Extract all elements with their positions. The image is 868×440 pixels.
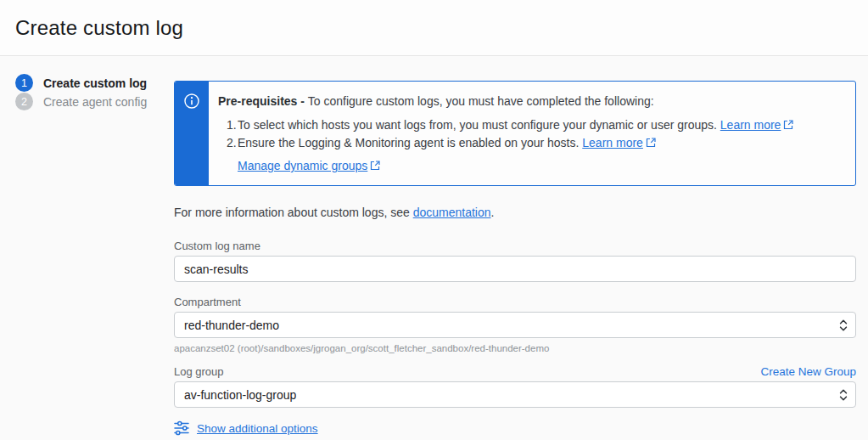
- log-group-field: Log group Create New Group av-function-l…: [174, 365, 856, 408]
- list-item: 2. Ensure the Logging & Monitoring agent…: [218, 134, 793, 152]
- log-group-label-row: Log group Create New Group: [174, 365, 856, 378]
- list-item-number: 2.: [227, 134, 238, 152]
- compartment-select-wrap: red-thunder-demo: [174, 312, 856, 338]
- step-1-label: Create custom log: [43, 76, 147, 90]
- page-title: Create custom log: [15, 16, 183, 40]
- custom-log-name-label: Custom log name: [174, 240, 856, 252]
- documentation-link[interactable]: documentation: [413, 206, 491, 219]
- external-link-icon: [370, 161, 380, 171]
- learn-more-link[interactable]: Learn more: [720, 118, 781, 132]
- info-intro-bold: Pre-requisites -: [218, 94, 308, 108]
- step-create-custom-log[interactable]: 1 Create custom log: [15, 74, 174, 92]
- learn-more-link[interactable]: Learn more: [582, 136, 643, 149]
- list-item-text: Ensure the Logging & Monitoring agent is…: [238, 134, 656, 152]
- sliders-icon: [174, 420, 189, 436]
- page-content: 1 Create custom log 2 Create agent confi…: [0, 56, 868, 436]
- step-2-label: Create agent config: [43, 95, 147, 109]
- manage-dynamic-groups-link[interactable]: Manage dynamic groups: [238, 159, 367, 172]
- step-create-agent-config[interactable]: 2 Create agent config: [15, 93, 174, 110]
- prerequisites-list: 1. To select which hosts you want logs f…: [218, 116, 793, 152]
- external-link-icon: [646, 138, 656, 148]
- list-item-text: To select which hosts you want logs from…: [238, 116, 793, 134]
- prerequisites-info-banner: Pre-requisites - To configure custom log…: [174, 81, 856, 186]
- list-item-number: 1.: [227, 116, 238, 134]
- compartment-select[interactable]: red-thunder-demo: [174, 312, 856, 338]
- documentation-line: For more information about custom logs, …: [174, 206, 856, 219]
- info-intro-text: To configure custom logs, you must have …: [308, 94, 654, 108]
- additional-options-row: Show additional options: [174, 420, 856, 436]
- manage-dynamic-groups-line: Manage dynamic groups: [238, 157, 793, 175]
- main-panel: Pre-requisites - To configure custom log…: [174, 56, 856, 436]
- compartment-field: Compartment red-thunder-demo apacanzset0…: [174, 296, 856, 353]
- info-banner-stripe: [175, 82, 209, 185]
- log-group-select[interactable]: av-function-log-group: [174, 381, 856, 408]
- info-icon: [183, 93, 200, 113]
- log-group-select-wrap: av-function-log-group: [174, 381, 856, 408]
- info-banner-intro: Pre-requisites - To configure custom log…: [218, 93, 793, 110]
- info-banner-body: Pre-requisites - To configure custom log…: [209, 82, 807, 185]
- wizard-step-list: 1 Create custom log 2 Create agent confi…: [0, 56, 174, 436]
- custom-log-name-input[interactable]: [174, 256, 856, 282]
- create-custom-log-page: Create custom log 1 Create custom log 2 …: [0, 0, 868, 440]
- compartment-path-helper: apacanzset02 (root)/sandboxes/jgrogan_or…: [174, 343, 856, 353]
- log-group-label: Log group: [174, 365, 224, 378]
- custom-log-name-field: Custom log name: [174, 240, 856, 282]
- step-2-indicator: 2: [15, 93, 33, 110]
- show-additional-options-link[interactable]: Show additional options: [197, 422, 318, 435]
- page-header: Create custom log: [0, 0, 868, 56]
- compartment-label: Compartment: [174, 296, 856, 308]
- step-1-indicator: 1: [15, 74, 33, 92]
- external-link-icon: [783, 120, 793, 130]
- list-item: 1. To select which hosts you want logs f…: [218, 116, 793, 134]
- create-new-group-link[interactable]: Create New Group: [760, 365, 856, 378]
